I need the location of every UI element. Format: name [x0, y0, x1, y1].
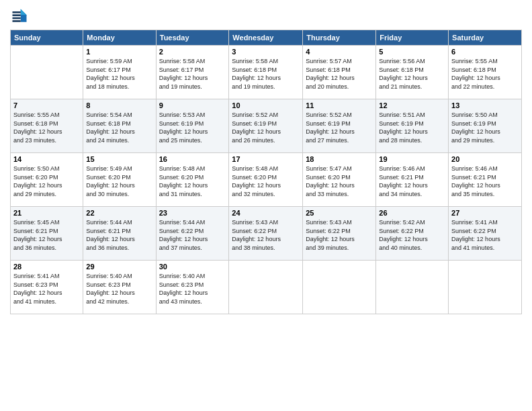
day-info: Sunrise: 5:55 AM Sunset: 6:18 PM Dayligh…: [13, 111, 80, 144]
svg-rect-6: [13, 20, 21, 22]
day-number: 7: [13, 101, 80, 109]
calendar-cell: 30Sunrise: 5:40 AM Sunset: 6:23 PM Dayli…: [156, 261, 229, 314]
day-info: Sunrise: 5:48 AM Sunset: 6:20 PM Dayligh…: [159, 165, 226, 198]
day-info: Sunrise: 5:50 AM Sunset: 6:19 PM Dayligh…: [451, 111, 519, 144]
calendar-cell: 11Sunrise: 5:52 AM Sunset: 6:19 PM Dayli…: [303, 99, 376, 153]
calendar-cell: [449, 261, 522, 314]
header: [10, 7, 522, 26]
day-info: Sunrise: 5:47 AM Sunset: 6:20 PM Dayligh…: [306, 165, 373, 198]
day-info: Sunrise: 5:40 AM Sunset: 6:23 PM Dayligh…: [159, 272, 226, 306]
calendar-cell: 18Sunrise: 5:47 AM Sunset: 6:20 PM Dayli…: [303, 153, 376, 207]
day-info: Sunrise: 5:50 AM Sunset: 6:20 PM Dayligh…: [13, 165, 80, 198]
calendar-cell: 12Sunrise: 5:51 AM Sunset: 6:19 PM Dayli…: [376, 99, 449, 153]
calendar-day-header: Monday: [83, 30, 156, 46]
calendar-cell: 6Sunrise: 5:55 AM Sunset: 6:18 PM Daylig…: [449, 46, 522, 99]
day-number: 16: [159, 155, 226, 163]
svg-rect-5: [13, 17, 21, 19]
day-info: Sunrise: 5:52 AM Sunset: 6:19 PM Dayligh…: [306, 111, 373, 144]
calendar-cell: 23Sunrise: 5:44 AM Sunset: 6:22 PM Dayli…: [156, 207, 229, 261]
calendar-day-header: Saturday: [449, 30, 522, 46]
calendar-cell: 21Sunrise: 5:45 AM Sunset: 6:21 PM Dayli…: [11, 207, 83, 261]
day-number: 9: [159, 101, 226, 109]
day-number: 20: [451, 155, 519, 163]
calendar-day-header: Thursday: [303, 30, 376, 46]
day-number: 22: [86, 209, 152, 217]
day-number: 29: [86, 263, 152, 271]
calendar-cell: 4Sunrise: 5:57 AM Sunset: 6:18 PM Daylig…: [303, 46, 376, 99]
day-info: Sunrise: 5:41 AM Sunset: 6:22 PM Dayligh…: [451, 218, 519, 252]
day-info: Sunrise: 5:58 AM Sunset: 6:17 PM Dayligh…: [159, 57, 226, 91]
day-info: Sunrise: 5:44 AM Sunset: 6:21 PM Dayligh…: [86, 218, 152, 252]
day-number: 27: [451, 209, 519, 217]
calendar-header-row: SundayMondayTuesdayWednesdayThursdayFrid…: [11, 30, 522, 46]
day-number: 6: [451, 48, 519, 56]
day-number: 21: [13, 209, 80, 217]
calendar-cell: 7Sunrise: 5:55 AM Sunset: 6:18 PM Daylig…: [11, 99, 83, 153]
day-info: Sunrise: 5:41 AM Sunset: 6:23 PM Dayligh…: [13, 272, 80, 306]
calendar-cell: 29Sunrise: 5:40 AM Sunset: 6:23 PM Dayli…: [83, 261, 156, 314]
day-number: 2: [159, 48, 226, 56]
calendar-cell: 15Sunrise: 5:49 AM Sunset: 6:20 PM Dayli…: [83, 153, 156, 207]
calendar-day-header: Sunday: [11, 30, 83, 46]
calendar-week-row: 1Sunrise: 5:59 AM Sunset: 6:17 PM Daylig…: [11, 46, 522, 99]
day-number: 28: [13, 263, 80, 271]
day-info: Sunrise: 5:51 AM Sunset: 6:19 PM Dayligh…: [379, 111, 445, 144]
page: SundayMondayTuesdayWednesdayThursdayFrid…: [0, 0, 532, 411]
day-number: 19: [379, 155, 445, 163]
day-number: 10: [232, 101, 300, 109]
calendar-cell: 27Sunrise: 5:41 AM Sunset: 6:22 PM Dayli…: [449, 207, 522, 261]
day-info: Sunrise: 5:58 AM Sunset: 6:18 PM Dayligh…: [232, 57, 300, 91]
calendar-table: SundayMondayTuesdayWednesdayThursdayFrid…: [10, 30, 522, 314]
calendar-cell: 10Sunrise: 5:52 AM Sunset: 6:19 PM Dayli…: [229, 99, 303, 153]
calendar-cell: 14Sunrise: 5:50 AM Sunset: 6:20 PM Dayli…: [11, 153, 83, 207]
calendar-cell: 13Sunrise: 5:50 AM Sunset: 6:19 PM Dayli…: [449, 99, 522, 153]
day-number: 13: [451, 101, 519, 109]
logo-icon: [10, 7, 29, 26]
calendar-cell: 1Sunrise: 5:59 AM Sunset: 6:17 PM Daylig…: [83, 46, 156, 99]
day-number: 18: [306, 155, 373, 163]
calendar-cell: 19Sunrise: 5:46 AM Sunset: 6:21 PM Dayli…: [376, 153, 449, 207]
calendar-cell: 5Sunrise: 5:56 AM Sunset: 6:18 PM Daylig…: [376, 46, 449, 99]
svg-rect-4: [13, 14, 21, 16]
day-number: 4: [306, 48, 373, 56]
calendar-cell: 24Sunrise: 5:43 AM Sunset: 6:22 PM Dayli…: [229, 207, 303, 261]
day-number: 11: [306, 101, 373, 109]
calendar-cell: 25Sunrise: 5:43 AM Sunset: 6:22 PM Dayli…: [303, 207, 376, 261]
day-info: Sunrise: 5:49 AM Sunset: 6:20 PM Dayligh…: [86, 165, 152, 198]
day-number: 25: [306, 209, 373, 217]
day-info: Sunrise: 5:56 AM Sunset: 6:18 PM Dayligh…: [379, 57, 445, 91]
day-info: Sunrise: 5:42 AM Sunset: 6:22 PM Dayligh…: [379, 218, 445, 252]
day-info: Sunrise: 5:43 AM Sunset: 6:22 PM Dayligh…: [232, 218, 300, 252]
logo: [10, 7, 32, 26]
day-number: 3: [232, 48, 300, 56]
day-number: 5: [379, 48, 445, 56]
day-info: Sunrise: 5:45 AM Sunset: 6:21 PM Dayligh…: [13, 218, 80, 252]
calendar-cell: 28Sunrise: 5:41 AM Sunset: 6:23 PM Dayli…: [11, 261, 83, 314]
svg-rect-3: [13, 11, 21, 13]
calendar-cell: 17Sunrise: 5:48 AM Sunset: 6:20 PM Dayli…: [229, 153, 303, 207]
day-info: Sunrise: 5:40 AM Sunset: 6:23 PM Dayligh…: [86, 272, 152, 306]
calendar-day-header: Wednesday: [229, 30, 303, 46]
calendar-cell: 2Sunrise: 5:58 AM Sunset: 6:17 PM Daylig…: [156, 46, 229, 99]
day-info: Sunrise: 5:52 AM Sunset: 6:19 PM Dayligh…: [232, 111, 300, 144]
day-info: Sunrise: 5:53 AM Sunset: 6:19 PM Dayligh…: [159, 111, 226, 144]
day-number: 12: [379, 101, 445, 109]
calendar-week-row: 21Sunrise: 5:45 AM Sunset: 6:21 PM Dayli…: [11, 207, 522, 261]
day-number: 26: [379, 209, 445, 217]
day-number: 23: [159, 209, 226, 217]
calendar-cell: [303, 261, 376, 314]
calendar-week-row: 14Sunrise: 5:50 AM Sunset: 6:20 PM Dayli…: [11, 153, 522, 207]
calendar-cell: 26Sunrise: 5:42 AM Sunset: 6:22 PM Dayli…: [376, 207, 449, 261]
day-number: 15: [86, 155, 152, 163]
day-number: 1: [86, 48, 152, 56]
day-info: Sunrise: 5:59 AM Sunset: 6:17 PM Dayligh…: [86, 57, 152, 91]
day-info: Sunrise: 5:57 AM Sunset: 6:18 PM Dayligh…: [306, 57, 373, 91]
calendar-day-header: Friday: [376, 30, 449, 46]
calendar-week-row: 28Sunrise: 5:41 AM Sunset: 6:23 PM Dayli…: [11, 261, 522, 314]
calendar-cell: 22Sunrise: 5:44 AM Sunset: 6:21 PM Dayli…: [83, 207, 156, 261]
day-info: Sunrise: 5:55 AM Sunset: 6:18 PM Dayligh…: [451, 57, 519, 91]
calendar-cell: [11, 46, 83, 99]
calendar-cell: 9Sunrise: 5:53 AM Sunset: 6:19 PM Daylig…: [156, 99, 229, 153]
day-info: Sunrise: 5:46 AM Sunset: 6:21 PM Dayligh…: [379, 165, 445, 198]
day-number: 17: [232, 155, 300, 163]
